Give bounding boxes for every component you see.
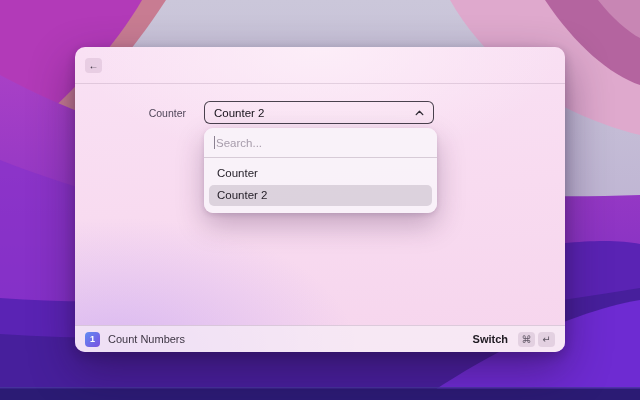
command-key-icon: ⌘ <box>518 332 535 347</box>
dropdown-option-counter[interactable]: Counter <box>209 163 432 184</box>
dropdown-option-list: Counter Counter 2 <box>204 158 437 213</box>
primary-action-label[interactable]: Switch <box>473 333 508 345</box>
footer-right: Switch ⌘ ↵ <box>473 332 555 347</box>
counter-dropdown: Search... Counter Counter 2 <box>204 128 437 213</box>
return-key-icon: ↵ <box>538 332 555 347</box>
counter-select[interactable]: Counter 2 <box>204 101 434 124</box>
counter-field-label: Counter <box>75 107 186 119</box>
window-footer: 1 Count Numbers Switch ⌘ ↵ <box>75 325 565 352</box>
text-cursor <box>214 136 215 149</box>
chevron-up-icon <box>415 110 424 116</box>
extension-icon-text: 1 <box>90 334 95 344</box>
app-window: ← Counter Counter 2 Search... Counter Co… <box>75 47 565 352</box>
arrow-left-icon: ← <box>89 60 99 71</box>
counter-form-row: Counter Counter 2 <box>75 101 565 124</box>
command-name: Count Numbers <box>108 333 185 345</box>
search-input[interactable]: Search... <box>204 128 437 157</box>
dropdown-option-counter-2[interactable]: Counter 2 <box>209 185 432 206</box>
extension-icon: 1 <box>85 332 100 347</box>
search-placeholder: Search... <box>216 137 262 149</box>
window-header: ← <box>75 47 565 84</box>
counter-select-value: Counter 2 <box>214 107 265 119</box>
footer-left: 1 Count Numbers <box>85 332 185 347</box>
back-button[interactable]: ← <box>85 58 102 73</box>
